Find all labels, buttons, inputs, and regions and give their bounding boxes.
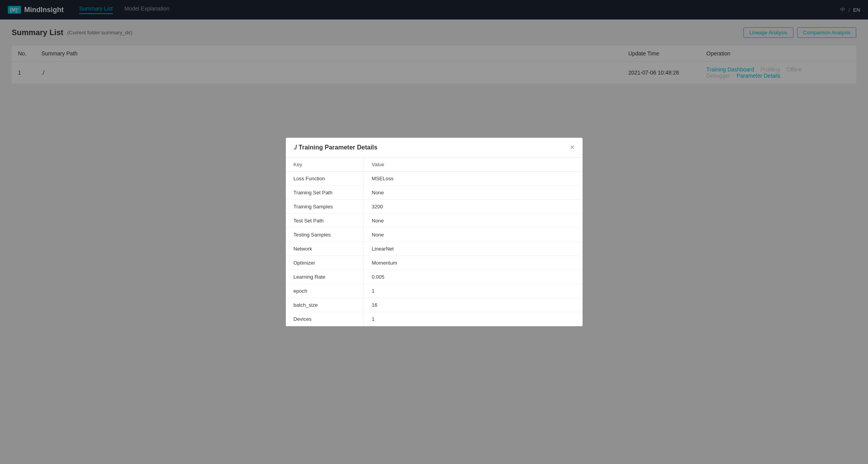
param-key: Test Set Path	[286, 214, 364, 228]
modal-overlay[interactable]: ./ Training Parameter Details ✕ Key Valu…	[0, 0, 868, 464]
param-row: OptimizerMomentum	[286, 256, 583, 270]
param-key: Learning Rate	[286, 270, 364, 284]
param-row: epoch1	[286, 284, 583, 298]
param-value: None	[364, 214, 583, 228]
param-value: 1	[364, 312, 583, 326]
param-row: Training Samples3200	[286, 200, 583, 214]
modal-body[interactable]: Key Value Loss FunctionMSELossTraining S…	[286, 158, 583, 326]
param-value: MSELoss	[364, 172, 583, 186]
param-row: NetworkLinearNet	[286, 242, 583, 256]
param-key: Devices	[286, 312, 364, 326]
param-key: Loss Function	[286, 172, 364, 186]
param-value: 0.005	[364, 270, 583, 284]
param-value: Momentum	[364, 256, 583, 270]
param-table: Key Value Loss FunctionMSELossTraining S…	[286, 158, 583, 326]
param-value: LinearNet	[364, 242, 583, 256]
param-row: Test Set PathNone	[286, 214, 583, 228]
modal-title: ./ Training Parameter Details	[294, 144, 378, 151]
modal-close-button[interactable]: ✕	[570, 144, 575, 151]
param-row: batch_size16	[286, 298, 583, 312]
param-row: Devices1	[286, 312, 583, 326]
modal-dialog: ./ Training Parameter Details ✕ Key Valu…	[286, 138, 583, 326]
param-key: Training Samples	[286, 200, 364, 214]
modal-header: ./ Training Parameter Details ✕	[286, 138, 583, 158]
param-row: Loss FunctionMSELoss	[286, 172, 583, 186]
param-key: Network	[286, 242, 364, 256]
param-key: epoch	[286, 284, 364, 298]
param-row: Learning Rate0.005	[286, 270, 583, 284]
param-value: None	[364, 228, 583, 242]
param-key: Optimizer	[286, 256, 364, 270]
param-value: None	[364, 186, 583, 200]
param-value: 3200	[364, 200, 583, 214]
param-row: Testing SamplesNone	[286, 228, 583, 242]
param-row: Training Set PathNone	[286, 186, 583, 200]
param-key: Testing Samples	[286, 228, 364, 242]
param-value: 1	[364, 284, 583, 298]
param-key: batch_size	[286, 298, 364, 312]
param-header-row: Key Value	[286, 158, 583, 172]
param-th-key: Key	[286, 158, 364, 172]
param-value: 16	[364, 298, 583, 312]
param-key: Training Set Path	[286, 186, 364, 200]
param-th-val: Value	[364, 158, 583, 172]
